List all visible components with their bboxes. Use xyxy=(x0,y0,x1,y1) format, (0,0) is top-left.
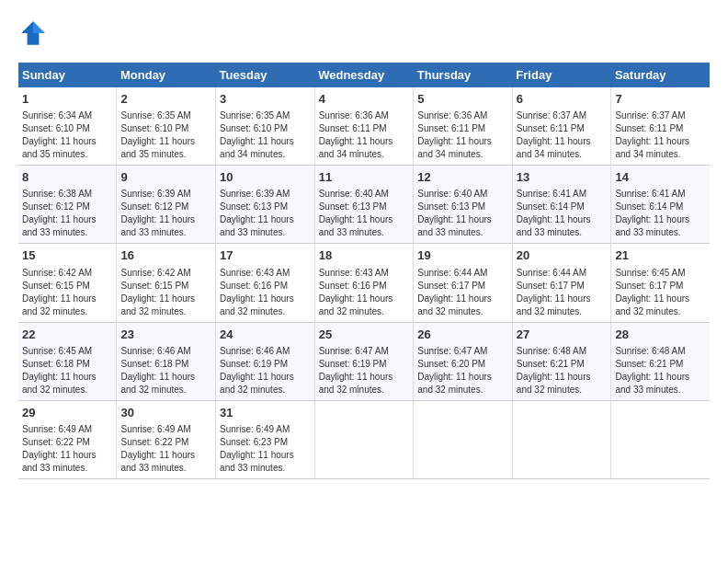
day-number: 3 xyxy=(220,91,311,108)
calendar-cell: 18Sunrise: 6:43 AM Sunset: 6:16 PM Dayli… xyxy=(314,244,414,322)
column-header-tuesday: Tuesday xyxy=(216,63,315,87)
day-number: 7 xyxy=(615,91,706,108)
day-info: Sunrise: 6:49 AM Sunset: 6:22 PM Dayligh… xyxy=(22,423,112,475)
calendar-cell: 17Sunrise: 6:43 AM Sunset: 6:16 PM Dayli… xyxy=(216,244,315,322)
calendar-cell: 24Sunrise: 6:46 AM Sunset: 6:19 PM Dayli… xyxy=(216,322,315,400)
calendar-cell: 21Sunrise: 6:45 AM Sunset: 6:17 PM Dayli… xyxy=(611,244,710,322)
day-number: 6 xyxy=(517,91,608,108)
day-number: 13 xyxy=(517,169,608,186)
calendar-cell: 11Sunrise: 6:40 AM Sunset: 6:13 PM Dayli… xyxy=(314,166,414,244)
calendar-week-4: 22Sunrise: 6:45 AM Sunset: 6:18 PM Dayli… xyxy=(18,322,710,400)
calendar-cell: 8Sunrise: 6:38 AM Sunset: 6:12 PM Daylig… xyxy=(18,166,117,244)
logo xyxy=(18,18,53,48)
logo-icon xyxy=(18,18,48,48)
day-info: Sunrise: 6:48 AM Sunset: 6:21 PM Dayligh… xyxy=(615,345,706,396)
day-number: 24 xyxy=(220,327,311,343)
day-number: 28 xyxy=(615,327,706,343)
day-number: 22 xyxy=(22,327,112,343)
day-info: Sunrise: 6:39 AM Sunset: 6:13 PM Dayligh… xyxy=(220,188,311,239)
calendar-cell: 12Sunrise: 6:40 AM Sunset: 6:13 PM Dayli… xyxy=(414,166,513,244)
day-info: Sunrise: 6:47 AM Sunset: 6:20 PM Dayligh… xyxy=(417,345,508,396)
day-info: Sunrise: 6:49 AM Sunset: 6:22 PM Dayligh… xyxy=(120,423,211,475)
day-number: 9 xyxy=(120,169,211,186)
day-number: 18 xyxy=(319,247,410,264)
column-header-monday: Monday xyxy=(117,63,216,87)
calendar-cell: 19Sunrise: 6:44 AM Sunset: 6:17 PM Dayli… xyxy=(414,244,513,322)
calendar-header: SundayMondayTuesdayWednesdayThursdayFrid… xyxy=(18,63,710,87)
calendar-cell: 29Sunrise: 6:49 AM Sunset: 6:22 PM Dayli… xyxy=(18,400,117,478)
calendar-cell: 16Sunrise: 6:42 AM Sunset: 6:15 PM Dayli… xyxy=(117,244,216,322)
day-info: Sunrise: 6:45 AM Sunset: 6:17 PM Dayligh… xyxy=(615,267,706,318)
day-info: Sunrise: 6:37 AM Sunset: 6:11 PM Dayligh… xyxy=(517,109,608,161)
day-number: 31 xyxy=(220,405,311,421)
day-info: Sunrise: 6:36 AM Sunset: 6:11 PM Dayligh… xyxy=(417,109,508,161)
day-info: Sunrise: 6:46 AM Sunset: 6:18 PM Dayligh… xyxy=(120,345,211,396)
day-number: 27 xyxy=(517,327,608,343)
calendar-cell: 13Sunrise: 6:41 AM Sunset: 6:14 PM Dayli… xyxy=(512,166,611,244)
calendar-cell: 7Sunrise: 6:37 AM Sunset: 6:11 PM Daylig… xyxy=(611,87,710,166)
day-number: 25 xyxy=(319,327,410,343)
calendar-cell xyxy=(414,400,513,478)
calendar-cell xyxy=(611,400,710,478)
day-number: 29 xyxy=(22,405,112,421)
calendar-cell: 15Sunrise: 6:42 AM Sunset: 6:15 PM Dayli… xyxy=(18,244,117,322)
day-info: Sunrise: 6:34 AM Sunset: 6:10 PM Dayligh… xyxy=(22,109,112,161)
day-info: Sunrise: 6:48 AM Sunset: 6:21 PM Dayligh… xyxy=(517,345,608,396)
calendar-cell: 14Sunrise: 6:41 AM Sunset: 6:14 PM Dayli… xyxy=(611,166,710,244)
calendar-body: 1Sunrise: 6:34 AM Sunset: 6:10 PM Daylig… xyxy=(18,87,710,478)
day-number: 16 xyxy=(120,247,211,264)
day-info: Sunrise: 6:35 AM Sunset: 6:10 PM Dayligh… xyxy=(120,109,211,161)
day-number: 5 xyxy=(417,91,508,108)
calendar-cell xyxy=(512,400,611,478)
calendar-cell: 26Sunrise: 6:47 AM Sunset: 6:20 PM Dayli… xyxy=(414,322,513,400)
column-header-wednesday: Wednesday xyxy=(314,63,414,87)
day-info: Sunrise: 6:43 AM Sunset: 6:16 PM Dayligh… xyxy=(319,267,410,318)
day-number: 2 xyxy=(120,91,211,108)
day-info: Sunrise: 6:43 AM Sunset: 6:16 PM Dayligh… xyxy=(220,267,311,318)
day-info: Sunrise: 6:40 AM Sunset: 6:13 PM Dayligh… xyxy=(417,188,508,239)
calendar-cell: 27Sunrise: 6:48 AM Sunset: 6:21 PM Dayli… xyxy=(512,322,611,400)
day-number: 15 xyxy=(22,247,112,264)
calendar-cell: 1Sunrise: 6:34 AM Sunset: 6:10 PM Daylig… xyxy=(18,87,117,166)
calendar-cell: 30Sunrise: 6:49 AM Sunset: 6:22 PM Dayli… xyxy=(117,400,216,478)
day-number: 21 xyxy=(615,247,706,264)
day-number: 8 xyxy=(22,169,112,186)
day-info: Sunrise: 6:44 AM Sunset: 6:17 PM Dayligh… xyxy=(517,267,608,318)
day-number: 30 xyxy=(120,405,211,421)
svg-marker-1 xyxy=(33,21,45,33)
calendar-cell: 10Sunrise: 6:39 AM Sunset: 6:13 PM Dayli… xyxy=(216,166,315,244)
day-number: 11 xyxy=(319,169,410,186)
day-number: 14 xyxy=(615,169,706,186)
day-info: Sunrise: 6:35 AM Sunset: 6:10 PM Dayligh… xyxy=(220,109,311,161)
calendar-cell: 3Sunrise: 6:35 AM Sunset: 6:10 PM Daylig… xyxy=(216,87,315,166)
day-info: Sunrise: 6:47 AM Sunset: 6:19 PM Dayligh… xyxy=(319,345,410,396)
day-info: Sunrise: 6:36 AM Sunset: 6:11 PM Dayligh… xyxy=(319,109,410,161)
day-info: Sunrise: 6:40 AM Sunset: 6:13 PM Dayligh… xyxy=(319,188,410,239)
column-header-sunday: Sunday xyxy=(18,63,117,87)
day-info: Sunrise: 6:41 AM Sunset: 6:14 PM Dayligh… xyxy=(517,188,608,239)
day-info: Sunrise: 6:46 AM Sunset: 6:19 PM Dayligh… xyxy=(220,345,311,396)
day-info: Sunrise: 6:45 AM Sunset: 6:18 PM Dayligh… xyxy=(22,345,112,396)
calendar-week-5: 29Sunrise: 6:49 AM Sunset: 6:22 PM Dayli… xyxy=(18,400,710,478)
day-number: 12 xyxy=(417,169,508,186)
calendar-week-2: 8Sunrise: 6:38 AM Sunset: 6:12 PM Daylig… xyxy=(18,166,710,244)
day-info: Sunrise: 6:39 AM Sunset: 6:12 PM Dayligh… xyxy=(120,188,211,239)
calendar-cell: 20Sunrise: 6:44 AM Sunset: 6:17 PM Dayli… xyxy=(512,244,611,322)
calendar-cell: 25Sunrise: 6:47 AM Sunset: 6:19 PM Dayli… xyxy=(314,322,414,400)
calendar-cell: 23Sunrise: 6:46 AM Sunset: 6:18 PM Dayli… xyxy=(117,322,216,400)
day-number: 20 xyxy=(517,247,608,264)
day-number: 10 xyxy=(220,169,311,186)
day-info: Sunrise: 6:44 AM Sunset: 6:17 PM Dayligh… xyxy=(417,267,508,318)
calendar-cell: 22Sunrise: 6:45 AM Sunset: 6:18 PM Dayli… xyxy=(18,322,117,400)
day-info: Sunrise: 6:41 AM Sunset: 6:14 PM Dayligh… xyxy=(615,188,706,239)
page-header xyxy=(18,18,710,48)
calendar-cell: 31Sunrise: 6:49 AM Sunset: 6:23 PM Dayli… xyxy=(216,400,315,478)
calendar-cell: 9Sunrise: 6:39 AM Sunset: 6:12 PM Daylig… xyxy=(117,166,216,244)
day-info: Sunrise: 6:37 AM Sunset: 6:11 PM Dayligh… xyxy=(615,109,706,161)
day-info: Sunrise: 6:42 AM Sunset: 6:15 PM Dayligh… xyxy=(120,267,211,318)
day-number: 1 xyxy=(22,91,112,108)
column-header-friday: Friday xyxy=(512,63,611,87)
column-header-saturday: Saturday xyxy=(611,63,710,87)
calendar-cell: 5Sunrise: 6:36 AM Sunset: 6:11 PM Daylig… xyxy=(414,87,513,166)
calendar-cell: 4Sunrise: 6:36 AM Sunset: 6:11 PM Daylig… xyxy=(314,87,414,166)
